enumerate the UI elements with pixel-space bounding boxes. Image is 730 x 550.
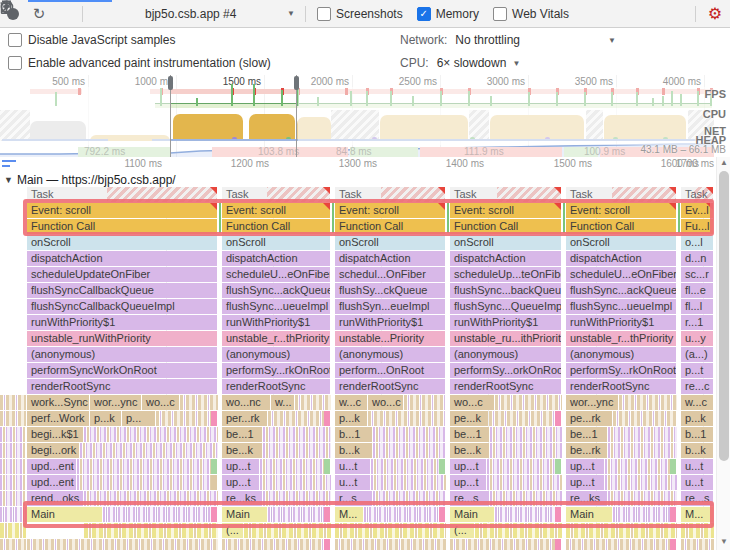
flame-block[interactable]: p...	[122, 411, 155, 426]
flame-block[interactable]: Main	[222, 507, 267, 522]
flame-block[interactable]: w...	[271, 395, 294, 410]
flame-block[interactable]: unstable...Priority	[335, 331, 445, 346]
settings-gear-icon[interactable]: ⚙	[708, 4, 722, 23]
flame-block[interactable]: up...t	[222, 459, 259, 474]
flame-block[interactable]: unstable_r...thPriority	[566, 331, 676, 346]
flame-block[interactable]: (anonymous)	[335, 347, 445, 362]
flame-block[interactable]: runWithPriority$1	[27, 315, 217, 330]
flame-block[interactable]: r...s	[335, 491, 372, 506]
flame-block[interactable]: scheduleUp...teOnFiber	[450, 267, 561, 282]
advanced-paint-checkbox[interactable]: Enable advanced paint instrumentation (s…	[8, 56, 271, 70]
flame-block[interactable]: flushSync...ueueImpl	[222, 299, 330, 314]
flame-block[interactable]: Main	[450, 507, 494, 522]
flame-block[interactable]: schedul...OnFiber	[335, 267, 445, 282]
flame-block[interactable]: Function Call	[27, 219, 217, 234]
flame-block[interactable]: upd...ent	[27, 475, 76, 490]
flame-block[interactable]: flushSync...ackQueue	[566, 283, 676, 298]
flame-block[interactable]: Function Call	[335, 219, 445, 234]
flame-block[interactable]: flushSync...ueueImpl	[566, 299, 676, 314]
flame-block[interactable]: Function Call	[450, 219, 561, 234]
flame-block[interactable]: runWithPriority$1	[222, 315, 330, 330]
main-thread-section-header[interactable]: ▼ Main — https://bjp5o.csb.app/	[0, 172, 730, 187]
flame-block[interactable]: b...1	[335, 427, 372, 442]
flame-block[interactable]: w...c	[335, 395, 367, 410]
flame-block[interactable]: w...c	[681, 395, 713, 410]
flame-block[interactable]: up...t	[566, 459, 604, 474]
flame-block[interactable]: fl...l	[681, 299, 713, 314]
flame-block[interactable]: p...k	[681, 411, 713, 426]
flame-block[interactable]: (...	[222, 523, 243, 538]
flame-block[interactable]: be...1	[450, 427, 489, 442]
flame-block[interactable]: Task	[222, 187, 330, 202]
flame-block[interactable]: dispatchAction	[450, 251, 561, 266]
network-throttling-select[interactable]: Network: No throttling ▼	[400, 33, 616, 47]
flame-block[interactable]: Task	[681, 187, 713, 202]
flame-block[interactable]: renderRootSync	[566, 379, 676, 394]
flame-block[interactable]: be...1	[222, 427, 262, 442]
load-profile-button[interactable]	[87, 2, 113, 26]
flame-block[interactable]: performSyncWorkOnRoot	[27, 363, 217, 378]
flame-block[interactable]: d...n	[681, 251, 713, 266]
flame-block[interactable]: performSy...rkOnRoot	[222, 363, 330, 378]
flame-block[interactable]: begi...ork	[27, 443, 79, 458]
flame-block[interactable]: dispatchAction	[566, 251, 676, 266]
flame-block[interactable]: runWithPriority$1	[450, 315, 561, 330]
flame-block[interactable]: Event: scroll	[222, 203, 330, 218]
flame-block[interactable]: u...t	[335, 459, 370, 474]
flame-block[interactable]: unstable_ru...ithPriority	[450, 331, 561, 346]
save-profile-button[interactable]	[113, 2, 139, 26]
flame-chart[interactable]: TaskEvent: scrollFunction CallonScrolldi…	[0, 187, 716, 550]
flame-block[interactable]: Event: scroll	[450, 203, 561, 218]
reload-and-record-button[interactable]: ↻	[26, 2, 52, 26]
flame-block[interactable]: b...1	[681, 427, 713, 442]
flame-block[interactable]: onScroll	[566, 235, 676, 250]
flame-block[interactable]: wo...c	[368, 395, 403, 410]
flame-block[interactable]: onScroll	[335, 235, 445, 250]
flame-block[interactable]: renderRootSync	[27, 379, 217, 394]
flame-block[interactable]: Event: scroll	[335, 203, 445, 218]
flame-block[interactable]: fl...e	[681, 283, 713, 298]
flame-block[interactable]: (...	[450, 523, 474, 538]
garbage-collect-button[interactable]	[576, 2, 602, 26]
flame-block[interactable]: Fu...l	[681, 219, 713, 234]
flame-block[interactable]: renderRootSync	[335, 379, 445, 394]
flame-block[interactable]: perform...OnRoot	[335, 363, 445, 378]
flame-block[interactable]: u...t	[681, 475, 713, 490]
flame-block[interactable]: begi...k$1	[27, 427, 83, 442]
flame-block[interactable]: wor...ync	[566, 395, 618, 410]
flame-block[interactable]: re...ks	[566, 491, 607, 506]
flame-block[interactable]: pe...k	[450, 411, 488, 426]
flame-block[interactable]: work...Sync	[27, 395, 89, 410]
flame-block[interactable]: be...k	[222, 443, 262, 458]
flame-block[interactable]: be...1	[566, 427, 607, 442]
flame-block[interactable]: u...t	[335, 475, 370, 490]
flame-block[interactable]: unstable_runWithPriority	[27, 331, 217, 346]
flame-block[interactable]: onScroll	[222, 235, 330, 250]
flame-block[interactable]: Task	[450, 187, 561, 202]
screenshots-checkbox[interactable]: Screenshots	[317, 7, 403, 21]
flame-block[interactable]: Main	[566, 507, 612, 522]
flame-block[interactable]: renderRootSync	[222, 379, 330, 394]
flame-block[interactable]: flushSyncCallbackQueue	[27, 283, 217, 298]
flame-block[interactable]: wo...c	[450, 395, 494, 410]
flame-block[interactable]: wo...nc	[222, 395, 270, 410]
flame-block[interactable]: runWithPriority$1	[335, 315, 445, 330]
flame-block[interactable]: Task	[27, 187, 217, 202]
clear-button[interactable]	[52, 2, 78, 26]
flame-block[interactable]: u...t	[681, 459, 713, 474]
flame-block[interactable]: flushSync...QueueImpl	[450, 299, 561, 314]
flame-block[interactable]: p...k	[90, 411, 121, 426]
flame-block[interactable]: Main	[27, 507, 102, 522]
flame-block[interactable]: (anonymous)	[566, 347, 676, 362]
flame-block[interactable]: performSy...rkOnRoot	[566, 363, 676, 378]
flame-block[interactable]: M...	[681, 507, 713, 522]
scroll-down-icon[interactable]: ▼	[717, 537, 730, 549]
flame-block[interactable]: performSy...orkOnRoot	[450, 363, 561, 378]
scrollbar-thumb[interactable]	[719, 171, 729, 461]
flame-block[interactable]: r...1	[681, 315, 713, 330]
flame-block[interactable]: be...rk	[566, 443, 607, 458]
flame-block[interactable]: re...s	[681, 491, 713, 506]
flame-block[interactable]: flushSyn...eueImpl	[335, 299, 445, 314]
flame-block[interactable]: pe...rk	[566, 411, 612, 426]
flame-block[interactable]: upd...ent	[27, 459, 76, 474]
